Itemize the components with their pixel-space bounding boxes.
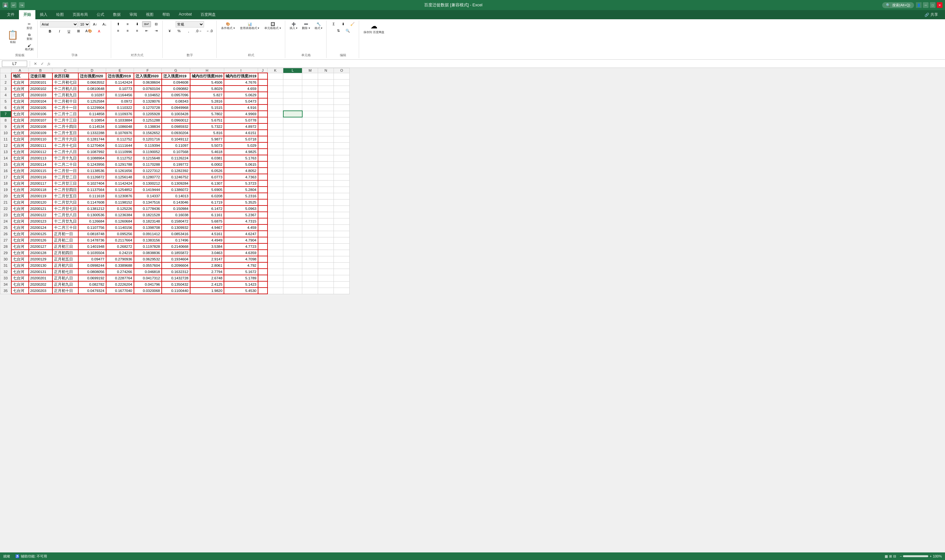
cell-E17[interactable]: 0.1256148 [106,174,134,180]
cell-G35[interactable]: 0.1100440 [162,288,190,294]
cell-J34[interactable] [258,281,268,288]
cell-J11[interactable] [258,136,268,142]
cell-M17[interactable] [302,174,318,180]
cell-H16[interactable]: 6.0526 [190,168,224,174]
cell-O2[interactable] [334,79,350,86]
cell-K2[interactable] [268,79,283,86]
cell-G4[interactable]: 0.0957096 [162,92,190,98]
cell-J2[interactable] [258,79,268,86]
cell-D5[interactable]: 0.1252584 [78,98,106,105]
cell-I10[interactable]: 4.6151 [224,130,258,136]
cell-O27[interactable] [334,237,350,243]
tab-file[interactable]: 文件 [3,10,19,19]
format-btn[interactable]: 🔧格式 ▾ [313,21,325,31]
normal-view-btn[interactable]: ▦ [885,554,888,558]
cell-A28[interactable]: 七台河 [11,243,29,250]
cell-M16[interactable] [302,168,318,174]
cell-O24[interactable] [334,218,350,225]
cell-C25[interactable]: 十二月三十日 [52,225,78,231]
cell-D17[interactable]: 0.1126872 [78,174,106,180]
cell-K8[interactable] [268,117,283,123]
cell-L16[interactable] [283,168,302,174]
cell-J20[interactable] [258,193,268,199]
cell-J15[interactable] [258,161,268,168]
font-decrease-btn[interactable]: A↓ [100,22,109,27]
cell-G24[interactable]: 0.1580472 [162,218,190,225]
zoom-out-btn[interactable]: − [900,554,902,558]
wrap-text-btn[interactable]: ≡↵ [142,21,151,27]
cell-O25[interactable] [334,225,350,231]
cell-I21[interactable]: 5.3525 [224,199,258,206]
bold-btn[interactable]: B [45,28,54,34]
cell-C20[interactable]: 十二月廿五日 [52,193,78,199]
cell-B1[interactable]: 迁徙日期 [29,73,52,79]
cell-O9[interactable] [334,123,350,130]
cell-A19[interactable]: 七台河 [11,186,29,193]
cell-A18[interactable]: 七台河 [11,180,29,186]
cell-F5[interactable]: 0.1328076 [134,98,162,105]
cell-H24[interactable]: 5.6875 [190,218,224,225]
cell-H30[interactable]: 2.9147 [190,256,224,262]
cell-B29[interactable]: 20200128 [29,250,52,256]
cell-N11[interactable] [318,136,334,142]
cell-B15[interactable]: 20200114 [29,161,52,168]
cell-G6[interactable]: 0.0949968 [162,105,190,111]
cell-J18[interactable] [258,180,268,186]
undo-btn[interactable]: ↩ [11,2,17,8]
cell-J31[interactable] [258,262,268,269]
cell-O23[interactable] [334,212,350,218]
clear-btn[interactable]: 🧹 [348,21,357,27]
cell-C30[interactable]: 正月初五日 [52,256,78,262]
cell-F3[interactable]: 0.0760104 [134,86,162,92]
cell-F1[interactable]: 迁入强度2020 [134,73,162,79]
cell-L24[interactable] [283,218,302,225]
cell-L19[interactable] [283,186,302,193]
cell-I20[interactable]: 5.2316 [224,193,258,199]
cell-E8[interactable]: 0.1033884 [106,117,134,123]
cell-G18[interactable]: 0.1309284 [162,180,190,186]
cell-O15[interactable] [334,161,350,168]
cell-D13[interactable]: 0.1087992 [78,149,106,155]
cell-B12[interactable]: 20200111 [29,142,52,149]
cell-I29[interactable]: 4.6359 [224,250,258,256]
merge-cells-btn[interactable]: ⊟ [152,21,160,27]
cell-F32[interactable]: 0.046818 [134,269,162,275]
cell-N3[interactable] [318,86,334,92]
cell-L34[interactable] [283,281,302,288]
cell-I30[interactable]: 4.7098 [224,256,258,262]
cell-I16[interactable]: 4.8052 [224,168,258,174]
cell-C11[interactable]: 十二月十六日 [52,136,78,142]
cell-N33[interactable] [318,275,334,281]
delete-btn[interactable]: ➖删除 ▾ [300,21,312,31]
decrease-decimal-btn[interactable]: ←.0 [204,28,214,34]
format-as-table-btn[interactable]: 📊套用表格格式 ▾ [238,21,262,31]
italic-btn[interactable]: I [55,28,64,34]
cell-G34[interactable]: 0.1350432 [162,281,190,288]
cell-K3[interactable] [268,86,283,92]
cell-J12[interactable] [258,142,268,149]
cancel-formula-icon[interactable]: ✕ [34,62,37,66]
cell-J14[interactable] [258,155,268,161]
cell-J29[interactable] [258,250,268,256]
cell-A26[interactable]: 七台河 [11,231,29,237]
cell-O16[interactable] [334,168,350,174]
cell-B2[interactable]: 20200101 [29,79,52,86]
cell-O5[interactable] [334,98,350,105]
cell-L9[interactable] [283,123,302,130]
cell-L14[interactable] [283,155,302,161]
cell-A10[interactable]: 七台河 [11,130,29,136]
cell-D3[interactable]: 0.0810648 [78,86,106,92]
save-quick-btn[interactable]: 💾 [3,2,8,8]
cell-M33[interactable] [302,275,318,281]
cell-C32[interactable]: 正月初七日 [52,269,78,275]
number-format-selector[interactable]: 常规 [176,21,204,28]
col-header-D[interactable]: D [78,68,106,73]
cell-G21[interactable]: 0.143046 [162,199,190,206]
cell-L20[interactable] [283,193,302,199]
cell-J30[interactable] [258,256,268,262]
cell-L17[interactable] [283,174,302,180]
cell-I19[interactable]: 5.2804 [224,186,258,193]
cell-B31[interactable]: 20200130 [29,262,52,269]
cell-L7[interactable] [283,111,302,117]
cell-D2[interactable]: 0.0663552 [78,79,106,86]
